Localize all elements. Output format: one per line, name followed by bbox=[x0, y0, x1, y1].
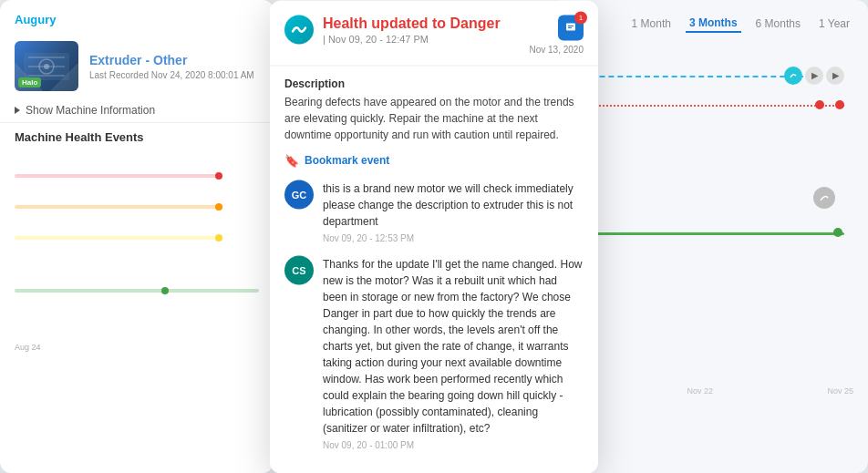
augury-wave-icon bbox=[284, 15, 314, 44]
avatar-gc: GC bbox=[284, 180, 314, 209]
chart-row-2 bbox=[563, 95, 853, 115]
svg-rect-6 bbox=[566, 23, 575, 30]
chart-row-1: ▶ ▶ bbox=[563, 66, 853, 86]
modal-title-block: Health updated to Danger | Nov 09, 20 - … bbox=[323, 15, 501, 44]
chevron-right-icon bbox=[15, 107, 20, 114]
comment-gc-time: Nov 09, 20 - 12:53 PM bbox=[323, 232, 584, 242]
chart-date-nov22: Nov 22 bbox=[687, 386, 713, 396]
chart-row-3-icons bbox=[813, 187, 835, 209]
augury-brand: Augury bbox=[0, 0, 274, 34]
bookmark-link[interactable]: 🔖 Bookmark event bbox=[284, 153, 584, 167]
comment-gc-text: this is a brand new motor we will check … bbox=[323, 180, 584, 229]
filter-6months[interactable]: 6 Months bbox=[752, 15, 804, 32]
modal-header: Health updated to Danger | Nov 09, 20 - … bbox=[270, 0, 598, 66]
danger-label: Danger bbox=[450, 15, 501, 30]
modal-body: Description Bearing defects have appeare… bbox=[270, 66, 598, 473]
comment-gc: GC this is a brand new motor we will che… bbox=[284, 180, 584, 242]
machine-image: Halo bbox=[15, 41, 78, 91]
comment-cs-body: Thanks for the update I'll get the name … bbox=[323, 255, 584, 449]
modal-header-left: Health updated to Danger | Nov 09, 20 - … bbox=[284, 15, 501, 44]
modal-date: | Nov 09, 20 - 12:47 PM bbox=[323, 33, 501, 44]
dot-red2 bbox=[815, 100, 824, 109]
chart-row-3 bbox=[563, 188, 853, 208]
svg-point-5 bbox=[44, 64, 49, 69]
trend-icon-gray-lg[interactable] bbox=[813, 187, 835, 209]
chart-row-4 bbox=[563, 222, 853, 242]
dot-red bbox=[835, 100, 844, 109]
timeline-bar-red bbox=[15, 168, 259, 184]
filter-1year[interactable]: 1 Year bbox=[815, 15, 853, 32]
description-text: Bearing defects have appeared on the mot… bbox=[284, 93, 584, 142]
trend-icon-teal[interactable] bbox=[784, 67, 802, 85]
comment-cs-time: Nov 09, 20 - 01:00 PM bbox=[323, 439, 584, 449]
notif-badge: 1 bbox=[574, 11, 587, 24]
chart-row-1-icons: ▶ ▶ bbox=[784, 67, 844, 85]
chart-date-label: Aug 24 bbox=[15, 343, 259, 352]
notification-icon[interactable]: 1 bbox=[558, 15, 584, 40]
machine-name: Extruder - Other bbox=[89, 53, 259, 67]
modal-date-right: Nov 13, 2020 bbox=[530, 44, 584, 54]
modal-header-right: 1 Nov 13, 2020 bbox=[530, 15, 584, 54]
chart-date-nov25: Nov 25 bbox=[827, 386, 853, 396]
comment-cs: CS Thanks for the update I'll get the na… bbox=[284, 255, 584, 449]
machine-card: Halo Extruder - Other Last Recorded Nov … bbox=[0, 34, 274, 98]
comment-gc-body: this is a brand new motor we will check … bbox=[323, 180, 584, 242]
bookmark-icon: 🔖 bbox=[284, 153, 299, 167]
timeline-bar-orange bbox=[15, 199, 259, 215]
halo-badge: Halo bbox=[18, 77, 41, 87]
machine-recorded: Last Recorded Nov 24, 2020 8:00:01 AM bbox=[89, 70, 259, 80]
health-events-title: Machine Health Events bbox=[0, 122, 274, 151]
timeline-bar-yellow bbox=[15, 230, 259, 246]
chart-dates: 23 Nov 22 Nov 25 bbox=[563, 386, 853, 396]
left-panel: Augury Halo Extruder - Other Last Record… bbox=[0, 0, 274, 473]
dot-green bbox=[833, 228, 842, 237]
show-machine-info[interactable]: Show Machine Information bbox=[0, 98, 274, 122]
timeline-bar-green bbox=[15, 283, 259, 299]
chart-spacer bbox=[563, 124, 853, 179]
comment-cs-text: Thanks for the update I'll get the name … bbox=[323, 255, 584, 436]
filter-3months[interactable]: 3 Months bbox=[686, 15, 741, 33]
trend-icon-gray2[interactable]: ▶ bbox=[826, 67, 844, 85]
health-modal: Health updated to Danger | Nov 09, 20 - … bbox=[270, 0, 598, 473]
modal-title: Health updated to Danger bbox=[323, 15, 501, 31]
machine-info: Extruder - Other Last Recorded Nov 24, 2… bbox=[89, 53, 259, 80]
avatar-cs: CS bbox=[284, 255, 314, 284]
description-label: Description bbox=[284, 77, 584, 89]
filter-1month[interactable]: 1 Month bbox=[628, 15, 675, 32]
trend-icon-gray1[interactable]: ▶ bbox=[805, 67, 823, 85]
health-events-area: Aug 24 bbox=[0, 151, 274, 334]
